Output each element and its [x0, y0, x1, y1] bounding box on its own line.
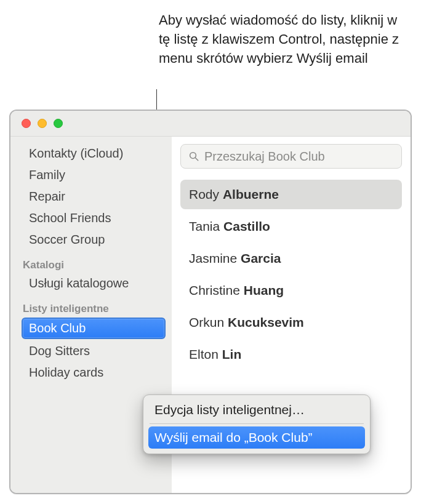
sidebar-item[interactable]: Dog Sitters: [10, 340, 172, 362]
contacts-window: Kontakty (iCloud)FamilyRepairSchool Frie…: [9, 110, 412, 494]
sidebar-item[interactable]: Family: [10, 164, 172, 186]
contact-row[interactable]: Tania Castillo: [180, 212, 402, 241]
contact-last-name: Huang: [244, 283, 284, 297]
instruction-callout: Aby wysłać wiadomość do listy, kliknij w…: [159, 11, 403, 68]
contact-row[interactable]: Orkun Kucuksevim: [180, 308, 402, 337]
contact-last-name: Garcia: [241, 251, 281, 265]
contact-first-name: Elton: [189, 347, 219, 361]
contact-list: Rody AlbuerneTania CastilloJasmine Garci…: [180, 180, 402, 369]
sidebar-item[interactable]: Repair: [10, 186, 172, 207]
sidebar-item[interactable]: Book Club: [22, 318, 166, 339]
contact-last-name: Albuerne: [223, 187, 279, 201]
search-placeholder: Przeszukaj Book Club: [204, 150, 325, 164]
sidebar-item[interactable]: Kontakty (iCloud): [10, 143, 172, 164]
contact-first-name: Tania: [189, 219, 220, 233]
sidebar-section-header: Katalogi: [10, 250, 172, 273]
zoom-traffic-light[interactable]: [54, 119, 63, 128]
sidebar-item[interactable]: Soccer Group: [10, 229, 172, 250]
contact-first-name: Christine: [189, 283, 240, 297]
contact-row[interactable]: Jasmine Garcia: [180, 244, 402, 273]
contact-last-name: Kucuksevim: [228, 315, 304, 329]
contact-last-name: Castillo: [223, 219, 270, 233]
contact-row[interactable]: Elton Lin: [180, 340, 402, 369]
contact-first-name: Rody: [189, 187, 219, 201]
contact-first-name: Orkun: [189, 315, 224, 329]
search-field[interactable]: Przeszukaj Book Club: [180, 144, 402, 169]
sidebar-item[interactable]: Usługi katalogowe: [10, 273, 172, 294]
sidebar-item[interactable]: School Friends: [10, 207, 172, 229]
window-titlebar: [10, 111, 411, 137]
contact-first-name: Jasmine: [189, 251, 237, 265]
menu-item-edit-smart-list[interactable]: Edycja listy inteligentnej…: [148, 399, 365, 421]
contact-row[interactable]: Rody Albuerne: [180, 180, 402, 209]
close-traffic-light[interactable]: [22, 119, 31, 128]
menu-divider: [150, 423, 364, 424]
svg-line-1: [195, 158, 198, 161]
sidebar-item[interactable]: Holiday cards: [10, 362, 172, 383]
contact-last-name: Lin: [222, 347, 242, 361]
menu-item-send-email[interactable]: Wyślij email do „Book Club”: [148, 426, 365, 449]
sidebar-section-header: Listy inteligentne: [10, 294, 172, 316]
search-icon: [188, 151, 199, 162]
contact-row[interactable]: Christine Huang: [180, 276, 402, 305]
minimize-traffic-light[interactable]: [38, 119, 47, 128]
context-menu: Edycja listy inteligentnej… Wyślij email…: [143, 394, 371, 454]
